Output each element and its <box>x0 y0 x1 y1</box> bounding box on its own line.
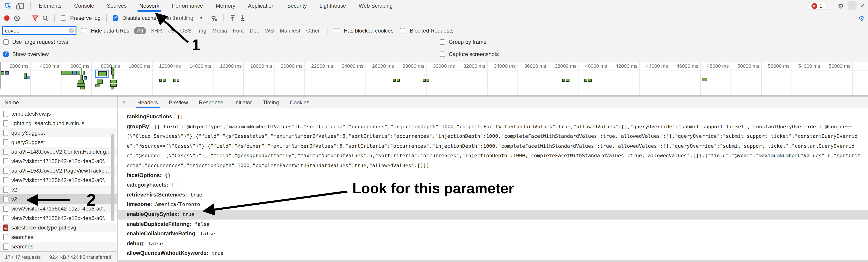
tab-elements[interactable]: Elements <box>33 0 68 12</box>
overview-scrubber[interactable] <box>0 62 1 88</box>
filter-type-xhr[interactable]: XHR <box>151 27 162 34</box>
tab-performance[interactable]: Performance <box>165 0 209 12</box>
throttling-select[interactable]: No throttling <box>164 15 193 21</box>
request-row[interactable]: lightning_search.bundle.min.js <box>0 118 117 128</box>
request-row[interactable]: querySuggest <box>0 137 117 147</box>
filter-type-manifest[interactable]: Manifest <box>280 27 300 34</box>
request-row[interactable]: v2 <box>0 185 117 194</box>
blocked-requests-checkbox[interactable] <box>400 28 405 33</box>
overview-request-bar <box>566 79 569 82</box>
overview-selected-request-bar <box>95 70 108 78</box>
capture-screenshots-checkbox[interactable] <box>440 51 445 57</box>
request-list-scrollbar[interactable] <box>111 134 115 221</box>
details-tab-preview[interactable]: Preview <box>163 97 193 108</box>
more-options-icon[interactable]: ⋮ <box>847 1 857 10</box>
overview-tick-label: 10000 ms <box>118 63 150 69</box>
settings-gear-icon[interactable]: ⚙ <box>838 2 844 9</box>
tab-application[interactable]: Application <box>242 0 281 12</box>
record-icon[interactable] <box>4 15 10 21</box>
request-row[interactable]: aura?r=14&CoveoV2.ContentHandler.g.. <box>0 147 117 156</box>
tab-lighthouse[interactable]: Lighthouse <box>313 0 352 12</box>
details-tab-initiator[interactable]: Initiator <box>229 97 257 108</box>
overview-request-bar <box>702 78 707 81</box>
overview-timeline[interactable]: 2000 ms4000 ms6000 ms8000 ms10000 ms1200… <box>0 62 868 96</box>
tab-network[interactable]: Network <box>133 0 165 12</box>
network-settings-gear-icon[interactable]: ⚙ <box>858 15 864 22</box>
param-value: [] <box>172 182 178 188</box>
filter-type-js[interactable]: JS <box>168 27 174 34</box>
close-devtools-icon[interactable]: × <box>860 2 864 10</box>
filter-icon[interactable] <box>32 15 38 21</box>
request-row[interactable]: searches <box>0 242 117 251</box>
disable-cache-checkbox[interactable] <box>113 15 118 21</box>
request-row[interactable]: querySuggest <box>0 128 117 137</box>
tab-security[interactable]: Security <box>281 0 313 12</box>
overview-tick-label: 24000 ms <box>331 63 364 69</box>
tab-web-scraping[interactable]: Web Scraping <box>352 0 399 12</box>
filter-type-img[interactable]: Img <box>197 27 206 34</box>
bottom-partial-row <box>117 260 868 262</box>
filter-type-ws[interactable]: WS <box>265 27 274 34</box>
filter-type-media[interactable]: Media <box>212 27 227 34</box>
preserve-log-checkbox[interactable] <box>61 15 66 21</box>
right-separator <box>832 2 832 10</box>
request-row[interactable]: view?visitor=47135b42-e12d-4ea6-a0f. <box>0 204 117 213</box>
error-badge[interactable]: ✕ 1 <box>808 2 827 10</box>
device-toolbar-icon[interactable] <box>16 2 24 9</box>
overview-tick-label: 12000 ms <box>148 63 181 69</box>
request-list: templatesNew.jslightning_search.bundle.m… <box>0 109 117 251</box>
request-row[interactable]: view?visitor=47135b42-e12d-4ea6-a0f. <box>0 156 117 166</box>
request-row[interactable]: salesforce-doctype-pdf.svg <box>0 223 117 232</box>
close-details-icon[interactable]: × <box>122 99 126 106</box>
filter-type-other[interactable]: Other <box>306 27 320 34</box>
tab-sources[interactable]: Sources <box>100 0 133 12</box>
tab-console[interactable]: Console <box>68 0 100 12</box>
group-by-frame-checkbox[interactable] <box>440 39 445 45</box>
toolbar-separator-4 <box>224 14 224 22</box>
filter-type-all[interactable]: All <box>134 27 146 34</box>
overview-tick-label: 54000 ms <box>787 63 820 69</box>
filter-input[interactable] <box>2 26 76 35</box>
requests-count: 17 / 47 requests <box>5 254 41 260</box>
filter-bar: ✕ Hide data URLs All XHRJSCSSImgMediaFon… <box>0 25 868 37</box>
name-column-header[interactable]: Name <box>0 96 117 108</box>
details-tab-cookies[interactable]: Cookies <box>284 97 315 108</box>
request-name: view?visitor=47135b42-e12d-4ea6-a0f. <box>11 158 105 164</box>
status-separator <box>45 254 45 260</box>
show-overview-checkbox[interactable] <box>3 51 9 57</box>
request-row[interactable]: searches <box>0 232 117 242</box>
details-tab-headers[interactable]: Headers <box>132 97 163 108</box>
request-row[interactable]: view?visitor=47135b42-e12d-4ea6-a0f. <box>0 213 117 223</box>
param-key: enableCollaborativeRating: <box>127 230 197 237</box>
hide-data-urls-checkbox[interactable] <box>81 28 86 33</box>
request-row[interactable]: templatesNew.js <box>0 109 117 118</box>
file-icon <box>3 177 8 183</box>
has-blocked-cookies-checkbox[interactable] <box>334 28 339 33</box>
filter-type-font[interactable]: Font <box>233 27 244 34</box>
show-overview-option: Show overview <box>3 51 49 58</box>
overview-request-bar <box>588 79 592 82</box>
overview-tick-label: 22000 ms <box>301 63 333 69</box>
toolbar-right: ⚙ <box>850 14 864 22</box>
request-row[interactable]: view?visitor=47135b42-e12d-4ea6-a0f. <box>0 175 117 185</box>
import-har-icon[interactable] <box>230 15 236 21</box>
use-large-rows-checkbox[interactable] <box>3 39 9 45</box>
request-row[interactable]: v2 <box>0 194 117 204</box>
overview-tick-label: 18000 ms <box>240 63 272 69</box>
network-conditions-icon[interactable] <box>210 15 218 21</box>
overview-request-bar <box>111 71 115 75</box>
details-tab-response[interactable]: Response <box>193 97 229 108</box>
transferred-size: 92.4 kB / 424 kB transferred <box>49 254 111 260</box>
request-row[interactable]: aura?r=15&CoveoV2.PageViewTracker.. <box>0 166 117 175</box>
export-har-icon[interactable] <box>240 15 246 21</box>
clear-filter-icon[interactable]: ✕ <box>69 28 74 33</box>
filter-type-css[interactable]: CSS <box>180 27 191 34</box>
tab-memory[interactable]: Memory <box>210 0 242 12</box>
search-icon[interactable] <box>42 15 49 21</box>
param-key: facetOptions: <box>127 172 162 178</box>
details-tab-timing[interactable]: Timing <box>257 97 284 108</box>
filter-type-doc[interactable]: Doc <box>250 27 259 34</box>
overview-request-bar <box>97 79 103 83</box>
clear-icon[interactable] <box>14 15 20 21</box>
inspect-element-icon[interactable] <box>4 2 12 9</box>
